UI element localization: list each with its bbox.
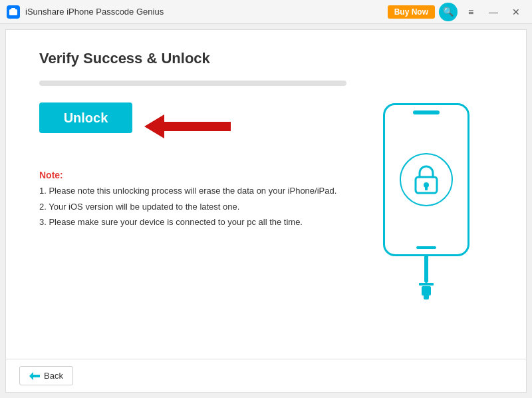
note-section: Note: 1. Please note this unlocking proc… [39, 170, 346, 232]
back-button[interactable]: Back [19, 366, 73, 385]
phone-frame [383, 103, 469, 256]
phone-notch [413, 110, 440, 114]
svg-marker-2 [144, 114, 231, 138]
search-icon: 🔍 [443, 7, 454, 17]
progress-bar-container [39, 81, 346, 86]
back-button-label: Back [44, 371, 63, 381]
cable-cord [424, 256, 428, 283]
svg-rect-1 [11, 8, 15, 11]
note-item-1: 1. Please note this unlocking process wi… [39, 184, 346, 198]
right-panel [360, 50, 493, 345]
bottom-bar: Back [6, 359, 526, 392]
red-arrow-icon [144, 113, 231, 140]
title-bar-actions: Buy Now 🔍 ≡ — ✕ [388, 3, 525, 21]
minimize-button[interactable]: — [484, 5, 503, 19]
lock-icon [412, 164, 440, 196]
section-title: Verify Success & Unlock [39, 50, 346, 67]
app-icon [7, 5, 20, 19]
buy-now-button[interactable]: Buy Now [388, 5, 435, 19]
menu-button[interactable]: ≡ [462, 5, 480, 19]
note-label: Note: [39, 170, 346, 180]
unlock-button[interactable]: Unlock [39, 102, 132, 133]
phone-illustration [383, 103, 469, 299]
lock-icon-circle [400, 153, 453, 206]
cable-top [419, 283, 434, 286]
note-item-2: 2. Your iOS version will be updated to t… [39, 200, 346, 214]
content-area: Verify Success & Unlock Unlock Note: 1. … [6, 30, 526, 359]
main-content: Verify Success & Unlock Unlock Note: 1. … [5, 29, 527, 393]
phone-home-bar [416, 246, 436, 249]
app-title: iSunshare iPhone Passcode Genius [25, 7, 388, 17]
left-panel: Verify Success & Unlock Unlock Note: 1. … [39, 50, 360, 345]
close-button[interactable]: ✕ [507, 5, 525, 19]
arrow-container [144, 113, 231, 140]
title-bar: iSunshare iPhone Passcode Genius Buy Now… [0, 0, 532, 24]
search-button[interactable]: 🔍 [439, 3, 458, 21]
svg-marker-6 [29, 372, 40, 380]
cable-connector [419, 256, 434, 299]
cable-pin [424, 296, 429, 299]
cable-head [422, 286, 431, 296]
back-arrow-icon [29, 372, 40, 380]
svg-rect-5 [425, 186, 428, 190]
note-item-3: 3. Please make sure your device is conne… [39, 216, 346, 229]
unlock-row: Unlock [39, 102, 346, 150]
